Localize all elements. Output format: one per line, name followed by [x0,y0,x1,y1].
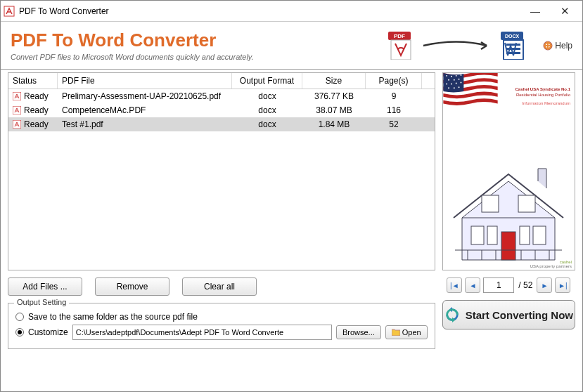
svg-rect-8 [506,48,520,50]
preview-footer: cashel USA property partners [530,260,572,268]
output-legend: Output Setting [14,298,69,306]
svg-rect-16 [13,120,21,129]
svg-rect-36 [482,195,499,212]
conversion-graphic: PDF DOCX [388,32,526,60]
us-flag-icon [443,73,498,114]
start-label: Start Converting Now [466,309,573,321]
col-file-header[interactable]: PDF File [58,73,232,89]
svg-text:PDF: PDF [394,33,405,39]
svg-rect-35 [533,226,546,244]
open-label: Open [402,328,421,337]
radio-customize[interactable] [15,328,24,337]
file-table: Status PDF File Output Format Size Page(… [8,72,435,270]
output-setting-group: Output Setting Save to the same folder a… [8,303,435,349]
col-pages-header[interactable]: Page(s) [366,73,422,89]
svg-point-28 [448,87,449,89]
svg-point-23 [458,79,459,80]
header: PDF To Word Converter Convert PDF files … [1,22,582,70]
last-page-button[interactable]: ►| [555,277,570,293]
svg-rect-32 [471,226,484,244]
help-button[interactable]: Help [543,41,572,51]
svg-point-19 [455,75,456,77]
folder-icon [392,329,400,336]
svg-rect-37 [518,195,535,212]
svg-point-22 [454,79,455,81]
refresh-icon [444,307,460,322]
col-size-header[interactable]: Size [302,73,366,89]
col-status-header[interactable]: Status [8,73,58,89]
table-row[interactable]: ReadyTest #1.pdfdocx1.84 MB52 [8,117,435,131]
preview-pane: Cashel USA Syndicate No.1 Residential Ho… [442,72,575,270]
svg-text:DOCX: DOCX [505,34,520,39]
house-illustration [447,162,570,267]
preview-doc-meta: Cashel USA Syndicate No.1 Residential Ho… [515,87,570,106]
window-titlebar: PDF To Word Converter — ✕ [1,1,582,22]
table-header: Status PDF File Output Format Size Page(… [8,73,435,89]
svg-point-20 [460,74,461,76]
svg-point-30 [458,86,459,88]
pdf-icon: PDF [388,32,414,60]
svg-point-18 [451,76,452,77]
minimize-button[interactable]: — [520,2,550,20]
svg-point-21 [448,79,449,81]
window-title: PDF To Word Converter [19,6,520,16]
svg-rect-14 [13,92,21,100]
prev-page-button[interactable]: ◄ [465,277,480,293]
svg-point-24 [446,84,447,85]
app-subtitle: Convert PDF files to Microsoft Word docu… [11,53,254,61]
svg-point-29 [454,87,455,89]
output-path-input[interactable] [72,325,332,340]
table-row[interactable]: ReadyPrelimary-Assessment-UAP-20210625.p… [8,89,435,103]
open-folder-button[interactable]: Open [385,325,428,339]
docx-icon: DOCX [501,32,526,60]
customize-label: Customize [28,327,68,337]
svg-rect-33 [487,226,497,244]
add-files-button[interactable]: Add Files ... [8,277,82,296]
svg-rect-13 [544,45,552,46]
same-folder-label: Save to the same folder as the source pd… [28,312,198,322]
svg-point-27 [460,82,461,84]
app-icon [4,6,15,17]
svg-point-26 [455,83,456,84]
app-heading: PDF To Word Converter [11,30,254,51]
radio-same-folder[interactable] [15,313,24,321]
svg-rect-31 [501,232,515,260]
remove-button[interactable]: Remove [95,277,169,296]
arrow-icon [422,39,492,52]
col-format-header[interactable]: Output Format [232,73,302,89]
clear-all-button[interactable]: Clear all [182,277,257,296]
pager: |◄ ◄ / 52 ► ►| [442,277,575,293]
svg-rect-15 [13,106,21,115]
browse-button[interactable]: Browse... [336,325,381,339]
close-button[interactable]: ✕ [550,2,579,20]
page-total-label: / 52 [517,280,534,290]
svg-rect-7 [506,44,520,46]
svg-rect-34 [520,226,530,244]
table-row[interactable]: ReadyCompetenceMAc.PDFdocx38.07 MB116 [8,103,435,117]
help-label: Help [555,41,572,51]
page-number-input[interactable] [483,277,514,293]
svg-point-17 [446,75,447,77]
next-page-button[interactable]: ► [537,277,552,293]
help-icon [543,41,553,51]
first-page-button[interactable]: |◄ [447,277,462,293]
start-converting-button[interactable]: Start Converting Now [442,300,575,329]
svg-point-25 [451,84,452,85]
